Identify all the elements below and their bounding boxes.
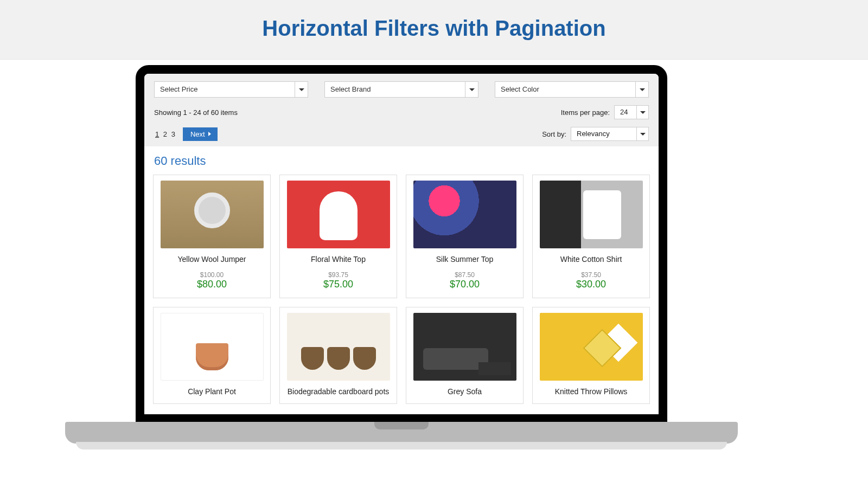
product-name: White Cotton Shirt xyxy=(560,255,622,264)
sort-by-caret[interactable] xyxy=(636,127,648,140)
product-thumbnail[interactable] xyxy=(413,181,516,248)
laptop-foot xyxy=(76,442,727,450)
filter-color-label: Select Color xyxy=(495,82,635,97)
product-price: $30.00 xyxy=(576,279,606,290)
product-old-price: $100.00 xyxy=(200,271,224,279)
product-name: Yellow Wool Jumper xyxy=(177,255,246,264)
product-name: Clay Plant Pot xyxy=(188,387,236,396)
filter-color-dropdown[interactable]: Select Color xyxy=(495,81,649,98)
product-price: $80.00 xyxy=(197,279,227,290)
product-name: Grey Sofa xyxy=(448,387,482,396)
page-banner: Horizontal Filters with Pagination xyxy=(0,0,868,60)
filter-brand-label: Select Brand xyxy=(325,82,465,97)
chevron-down-icon xyxy=(469,88,475,91)
product-card[interactable]: Grey Sofa xyxy=(406,307,524,404)
filter-color-caret[interactable] xyxy=(635,82,648,97)
filters-bar: Select Price Select Brand Select Color xyxy=(144,74,659,146)
next-label: Next xyxy=(190,130,205,138)
product-old-price: $93.75 xyxy=(328,271,348,279)
product-old-price: $37.50 xyxy=(581,271,601,279)
product-thumbnail[interactable] xyxy=(413,313,516,381)
filter-price-dropdown[interactable]: Select Price xyxy=(154,81,308,98)
items-per-page-label: Items per page: xyxy=(561,108,610,117)
pagination-row: 1 2 3 Next Sort by: Relevancy xyxy=(154,127,649,141)
product-old-price: $87.50 xyxy=(455,271,475,279)
chevron-down-icon xyxy=(299,88,304,91)
results-toolbar: Showing 1 - 24 of 60 items Items per pag… xyxy=(154,105,649,119)
product-card[interactable]: Knitted Throw Pillows xyxy=(532,307,650,404)
product-price: $70.00 xyxy=(450,279,480,290)
page-number-3[interactable]: 3 xyxy=(170,130,176,138)
product-price: $75.00 xyxy=(323,279,353,290)
laptop-notch xyxy=(374,422,429,429)
product-thumbnail[interactable] xyxy=(540,181,643,248)
page-number-2[interactable]: 2 xyxy=(162,130,168,138)
app-viewport: Select Price Select Brand Select Color xyxy=(144,74,659,414)
product-card[interactable]: Clay Plant Pot xyxy=(153,307,271,404)
chevron-down-icon xyxy=(640,88,645,91)
items-per-page-caret[interactable] xyxy=(636,106,648,119)
product-card[interactable]: Floral White Top$93.75$75.00 xyxy=(279,175,397,298)
product-thumbnail[interactable] xyxy=(287,313,390,381)
sort-by-select[interactable]: Relevancy xyxy=(571,127,649,141)
chevron-down-icon xyxy=(640,111,646,114)
pager-numbers: 1 2 3 xyxy=(154,130,176,138)
filter-price-caret[interactable] xyxy=(295,82,308,97)
showing-count: Showing 1 - 24 of 60 items xyxy=(154,108,238,117)
product-grid: Yellow Wool Jumper$100.00$80.00Floral Wh… xyxy=(144,171,659,413)
product-thumbnail[interactable] xyxy=(287,181,390,248)
sort-by-value: Relevancy xyxy=(571,127,636,140)
product-card[interactable]: Biodegradable cardboard pots xyxy=(279,307,397,404)
banner-title: Horizontal Filters with Pagination xyxy=(0,16,868,41)
product-card[interactable]: Yellow Wool Jumper$100.00$80.00 xyxy=(153,175,271,298)
filter-price-label: Select Price xyxy=(155,82,295,97)
page-number-1[interactable]: 1 xyxy=(154,130,160,138)
filter-brand-dropdown[interactable]: Select Brand xyxy=(324,81,478,98)
chevron-down-icon xyxy=(640,133,646,136)
product-card[interactable]: White Cotton Shirt$37.50$30.00 xyxy=(532,175,650,298)
product-name: Floral White Top xyxy=(311,255,366,264)
product-card[interactable]: Silk Summer Top$87.50$70.00 xyxy=(406,175,524,298)
pager: 1 2 3 Next xyxy=(154,127,218,141)
laptop-mockup: Select Price Select Brand Select Color xyxy=(0,60,868,483)
next-page-button[interactable]: Next xyxy=(183,127,218,141)
items-per-page-select[interactable]: 24 xyxy=(614,105,649,119)
laptop-screen: Select Price Select Brand Select Color xyxy=(136,65,667,423)
product-thumbnail[interactable] xyxy=(161,181,264,248)
product-listing-page: Select Price Select Brand Select Color xyxy=(144,74,659,413)
results-heading: 60 results xyxy=(144,146,659,171)
product-thumbnail[interactable] xyxy=(540,313,643,381)
product-name: Knitted Throw Pillows xyxy=(555,387,628,396)
product-name: Biodegradable cardboard pots xyxy=(288,387,390,396)
filters-row: Select Price Select Brand Select Color xyxy=(154,81,649,98)
items-per-page-value: 24 xyxy=(615,106,636,119)
product-name: Silk Summer Top xyxy=(436,255,494,264)
triangle-right-icon xyxy=(208,132,211,136)
product-thumbnail[interactable] xyxy=(161,313,264,381)
filter-brand-caret[interactable] xyxy=(465,82,478,97)
sort-by-label: Sort by: xyxy=(542,130,566,138)
